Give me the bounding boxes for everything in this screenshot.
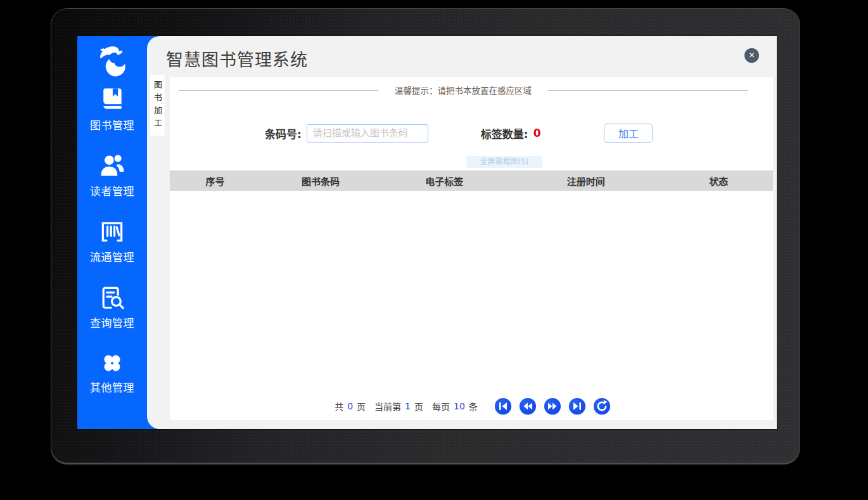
pagination-page-size: 10: [454, 401, 465, 411]
pagination-current-page: 1: [405, 401, 411, 411]
last-page-icon: [569, 398, 585, 414]
book-icon: [98, 104, 126, 116]
first-page-button[interactable]: [495, 398, 511, 414]
swirl-bird-logo-icon: [94, 71, 131, 83]
barcode-input[interactable]: [307, 124, 428, 143]
pagination-pages-unit: 页: [357, 400, 366, 413]
page-background: 图书管理 读者管理: [0, 0, 868, 500]
refresh-icon: [594, 398, 610, 414]
search-document-icon: [98, 302, 126, 314]
processing-form: 条码号: 标签数量: 0 加工: [170, 123, 773, 143]
column-header-register-time: 注册时间: [507, 174, 665, 188]
sidebar-item-readers[interactable]: 读者管理: [77, 151, 147, 198]
work-panel: 温馨提示：请把书本放置在感应区域 条码号: 标签数量: 0 加工 全屏幕截图(S…: [170, 77, 773, 420]
content-area: 智慧图书管理系统 ✕ 图书加工 温馨提示：请把书本放置在感应区域 条码号: 标签…: [147, 36, 777, 429]
hint-text: 温馨提示：请把书本放置在感应区域: [395, 84, 532, 96]
pagination-total-label: 共: [335, 400, 343, 413]
refresh-button[interactable]: [594, 398, 610, 414]
sidebar-item-label: 读者管理: [77, 183, 147, 198]
app-logo: [77, 41, 147, 83]
hint-row: 温馨提示：请把书本放置在感应区域: [179, 84, 748, 96]
tag-count-value: 0: [533, 127, 541, 139]
sidebar: 图书管理 读者管理: [77, 36, 147, 429]
sidebar-item-query[interactable]: 查询管理: [77, 283, 147, 330]
first-page-icon: [495, 398, 511, 414]
process-button[interactable]: 加工: [604, 124, 653, 143]
tag-count-label: 标签数量:: [481, 125, 528, 141]
page-title: 智慧图书管理系统: [166, 46, 308, 71]
column-header-book-barcode: 图书条码: [260, 174, 381, 188]
sidebar-item-label: 其他管理: [77, 379, 147, 395]
pagination-total-pages: 0: [347, 401, 353, 411]
readers-icon: [98, 170, 126, 182]
fullscreen-screenshot-ghost-button: 全屏幕截图(S): [466, 156, 542, 168]
sidebar-item-label: 图书管理: [77, 117, 147, 132]
tab-book-processing[interactable]: 图书加工: [150, 75, 165, 136]
previous-page-icon: [520, 398, 536, 414]
hint-divider-right: [548, 90, 748, 91]
four-dots-icon: [99, 366, 125, 378]
column-header-status: 状态: [665, 174, 773, 188]
close-icon: ✕: [748, 51, 755, 60]
table-header-row: 序号 图书条码 电子标签 注册时间 状态: [170, 170, 773, 191]
app-screen: 图书管理 读者管理: [77, 36, 777, 429]
table-body-empty: [170, 191, 773, 391]
sidebar-item-books[interactable]: 图书管理: [77, 86, 147, 132]
column-header-index: 序号: [170, 174, 260, 188]
last-page-button[interactable]: [569, 398, 585, 414]
pagination-bar: 共 0 页 当前第 1 页 每页 10 条: [170, 397, 773, 416]
next-page-button[interactable]: [544, 398, 561, 414]
sidebar-item-label: 查询管理: [77, 314, 147, 330]
previous-page-button[interactable]: [520, 398, 536, 414]
next-page-icon: [544, 398, 561, 414]
column-header-rfid-tag: 电子标签: [381, 174, 507, 188]
pagination-current-label: 当前第: [374, 400, 401, 413]
bookshelf-icon: [98, 236, 126, 248]
hint-divider-left: [179, 90, 378, 91]
pagination-size-label: 每页: [432, 400, 450, 413]
barcode-label: 条码号:: [265, 125, 302, 141]
pagination-size-unit: 条: [469, 400, 478, 413]
close-button[interactable]: ✕: [744, 48, 759, 63]
tablet-bezel: 图书管理 读者管理: [51, 8, 800, 463]
pagination-current-unit: 页: [414, 400, 423, 413]
sidebar-item-circulation[interactable]: 流通管理: [77, 217, 147, 264]
sidebar-item-label: 流通管理: [77, 248, 147, 264]
sidebar-item-others[interactable]: 其他管理: [77, 350, 147, 395]
